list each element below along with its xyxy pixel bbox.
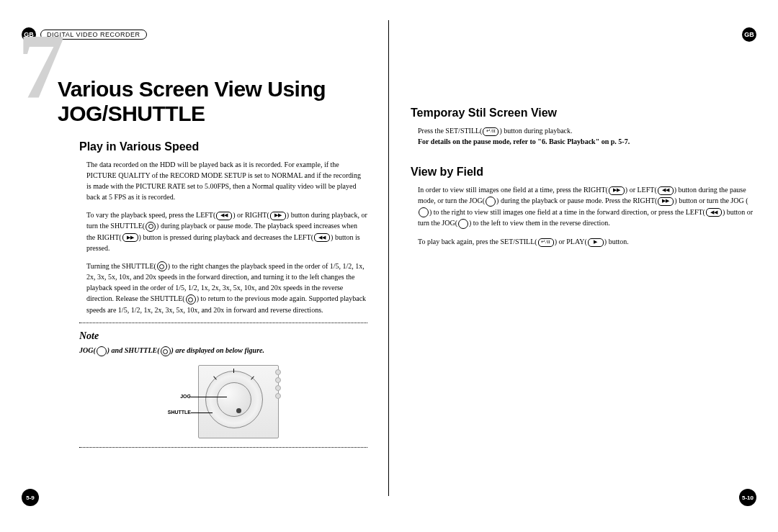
jog-icon (486, 197, 496, 207)
view-by-field-para1: In order to view still images one field … (418, 184, 756, 229)
text: ) to the left to view them in the revers… (469, 219, 610, 227)
jog-figure-label: JOG (162, 394, 191, 399)
jog-icon (458, 219, 468, 229)
page-number-left: 5-9 (22, 489, 39, 506)
jog-icon (97, 346, 107, 356)
text: ) or LEFT( (625, 186, 657, 194)
fast-forward-icon: ▶▶ (609, 186, 625, 195)
text: ) are displayed on below figure. (171, 346, 264, 354)
jog-icon (419, 207, 429, 217)
note-label: Note (79, 330, 367, 342)
fast-forward-icon: ▶▶ (270, 212, 286, 220)
text: ) button. (604, 238, 629, 245)
para2: To vary the playback speed, press the LE… (86, 209, 367, 253)
dotted-divider (79, 447, 367, 448)
section-title-play-speed: Play in Various Speed (79, 140, 367, 153)
shuttle-icon (146, 222, 156, 232)
shuttle-icon (161, 346, 171, 356)
text: ) or RIGHT( (233, 211, 269, 219)
fast-forward-icon: ▶▶ (122, 233, 138, 242)
chapter-title: Various Screen View Using JOG/SHUTTLE (58, 37, 367, 126)
text: ) and SHUTTLE( (107, 346, 160, 354)
left-page: GB DIGITAL VIDEO RECORDER 7 Various Scre… (0, 0, 389, 532)
document-spread: GB DIGITAL VIDEO RECORDER 7 Various Scre… (0, 0, 778, 532)
gb-badge: GB (742, 27, 756, 42)
jog-shuttle-figure: JOG SHUTTLE (79, 365, 367, 440)
text: ) button is pressed during playback and … (139, 233, 313, 241)
para3: Turning the SHUTTLE() to the right chang… (86, 261, 367, 315)
text: ) to the right to view still images one … (429, 208, 705, 216)
text: ) button during playback. (499, 127, 572, 135)
temp-still-para: Press the SET/STILL(↵/II) button during … (418, 125, 756, 147)
chapter-heading: 7 Various Screen View Using JOG/SHUTTLE (22, 37, 367, 126)
right-page: GB Temporay Stil Screen View Press the S… (389, 0, 778, 532)
text: ) or PLAY( (555, 238, 587, 245)
page-number-right: 5-10 (739, 489, 756, 506)
text: ) button or turn the JOG ( (674, 197, 748, 204)
jog-dial (217, 382, 251, 417)
text: ) during the playback or pause mode. Pre… (496, 197, 657, 204)
para1: The data recorded on the HDD will be pla… (86, 159, 367, 202)
text-bold: For details on the pause mode, refer to … (418, 137, 630, 145)
section-title-temp-still: Temporay Stil Screen View (411, 107, 756, 120)
right-content: Temporay Stil Screen View Press the SET/… (411, 107, 756, 247)
shuttle-icon (186, 294, 196, 305)
chapter-number: 7 (18, 19, 61, 113)
rewind-icon: ◀◀ (706, 208, 722, 217)
fast-forward-icon: ▶▶ (658, 197, 674, 206)
section-title-view-by-field: View by Field (411, 166, 756, 179)
text: In order to view still images one field … (418, 186, 608, 194)
rewind-icon: ◀◀ (216, 212, 232, 220)
text: JOG( (79, 346, 96, 354)
rewind-icon: ◀◀ (314, 233, 330, 242)
note-text: JOG() and SHUTTLE() are displayed on bel… (79, 346, 367, 356)
text: To vary the playback speed, press the LE… (86, 211, 215, 219)
left-content: Play in Various Speed The data recorded … (79, 140, 367, 448)
view-by-field-para2: To play back again, pres the SET/STILL(↵… (418, 236, 756, 247)
text: Press the SET/STILL( (418, 127, 482, 135)
text: Turning the SHUTTLE( (86, 262, 156, 270)
rewind-icon: ◀◀ (658, 186, 674, 195)
shuttle-figure-label: SHUTTLE (162, 410, 191, 415)
set-still-icon: ↵/II (538, 238, 554, 247)
dotted-divider (79, 323, 367, 323)
set-still-icon: ↵/II (483, 127, 498, 136)
text: To play back again, pres the SET/STILL( (418, 238, 537, 245)
play-icon: ▶ (588, 238, 604, 247)
shuttle-icon (157, 261, 167, 271)
